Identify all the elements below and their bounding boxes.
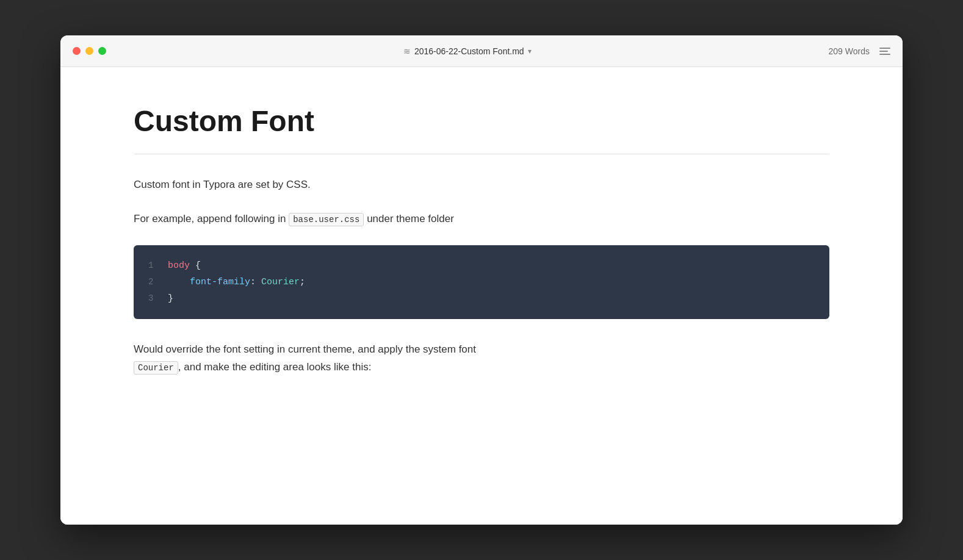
code-line-2-content: font-family: Courier;	[168, 274, 305, 290]
code-line-2: 2 font-family: Courier;	[148, 274, 815, 290]
line-number-1: 1	[148, 258, 156, 273]
code-value-courier: Courier	[261, 277, 300, 287]
word-count-label: 209 Words	[829, 46, 870, 56]
filename-label: 2016-06-22-Custom Font.md	[414, 46, 524, 56]
traffic-lights	[73, 47, 106, 55]
code-keyword-body: body	[168, 260, 190, 271]
paragraph-3-before: Would override the font setting in curre…	[134, 343, 476, 355]
titlebar: ≋ 2016-06-22-Custom Font.md ▾ 209 Words	[60, 35, 903, 67]
inline-code-base-user-css: base.user.css	[289, 213, 364, 226]
code-block: 1 body { 2 font-family: Courier; 3 }	[134, 245, 829, 319]
titlebar-right: 209 Words	[829, 46, 890, 56]
file-icon: ≋	[403, 46, 411, 56]
document-heading: Custom Font	[134, 104, 829, 139]
paragraph-3-after: , and make the editing area looks like t…	[178, 361, 372, 373]
code-punct-colon: :	[250, 277, 261, 287]
minimize-button[interactable]	[85, 47, 93, 55]
document-content: Custom Font Custom font in Typora are se…	[60, 67, 903, 525]
heading-divider	[134, 154, 829, 154]
inline-code-courier: Courier	[134, 361, 178, 375]
line-number-2: 2	[148, 275, 156, 290]
code-line-3: 3 }	[148, 290, 815, 307]
maximize-button[interactable]	[98, 47, 106, 55]
paragraph-1: Custom font in Typora are set by CSS.	[134, 176, 829, 194]
outline-button[interactable]	[879, 48, 890, 55]
close-button[interactable]	[73, 47, 81, 55]
code-indent	[168, 277, 190, 287]
paragraph-3: Would override the font setting in curre…	[134, 341, 829, 376]
code-punct-open-brace: {	[190, 260, 201, 271]
code-punct-semi: ;	[300, 277, 305, 287]
code-line-3-content: }	[168, 290, 173, 307]
chevron-down-icon[interactable]: ▾	[528, 47, 532, 56]
code-line-1-content: body {	[168, 257, 201, 274]
app-window: ≋ 2016-06-22-Custom Font.md ▾ 209 Words …	[60, 35, 903, 525]
code-property-font-family: font-family	[190, 277, 250, 287]
paragraph-2-after: under theme folder	[364, 213, 453, 224]
line-number-3: 3	[148, 291, 156, 306]
titlebar-center: ≋ 2016-06-22-Custom Font.md ▾	[403, 46, 532, 56]
paragraph-2-before: For example, append following in	[134, 213, 289, 224]
paragraph-2: For example, append following in base.us…	[134, 210, 829, 228]
code-punct-close-brace: }	[168, 293, 173, 304]
code-line-1: 1 body {	[148, 257, 815, 274]
